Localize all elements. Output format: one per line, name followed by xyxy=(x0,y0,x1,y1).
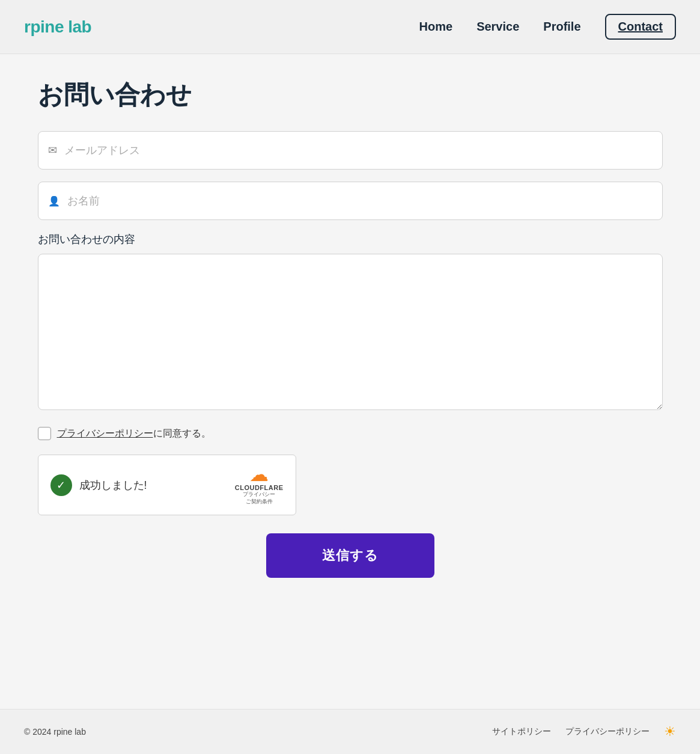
email-icon: ✉ xyxy=(48,144,57,157)
sun-icon[interactable]: ☀ xyxy=(664,724,676,740)
message-textarea[interactable] xyxy=(38,254,663,410)
footer-links: サイトポリシー プライバシーポリシー ☀ xyxy=(492,724,676,740)
nav-profile[interactable]: Profile xyxy=(543,20,580,34)
footer-privacy-policy[interactable]: プライバシーポリシー xyxy=(565,726,650,737)
cloudflare-label: CLOUDFLARE xyxy=(235,484,284,491)
nav-service[interactable]: Service xyxy=(476,20,519,34)
cloudflare-widget: ✓ 成功しました! ☁ CLOUDFLARE プライバシーご契約条件 xyxy=(38,455,296,515)
site-footer: © 2024 rpine lab サイトポリシー プライバシーポリシー ☀ xyxy=(0,709,700,754)
nav-home[interactable]: Home xyxy=(419,20,453,34)
footer-site-policy[interactable]: サイトポリシー xyxy=(492,726,551,737)
site-header: rpine lab Home Service Profile Contact xyxy=(0,0,700,54)
success-text: 成功しました! xyxy=(79,478,147,492)
success-icon: ✓ xyxy=(50,474,72,496)
email-form-group: ✉ xyxy=(38,131,663,170)
name-form-group: 👤 xyxy=(38,182,663,220)
submit-button[interactable]: 送信する xyxy=(266,533,434,578)
email-field[interactable] xyxy=(64,144,653,157)
main-nav: Home Service Profile Contact xyxy=(419,14,676,40)
privacy-checkbox-group: プライバシーポリシーに同意する。 xyxy=(38,427,663,440)
name-input-wrapper: 👤 xyxy=(38,182,663,220)
cloudflare-sub: プライバシーご契約条件 xyxy=(243,491,275,505)
message-form-group: お問い合わせの内容 xyxy=(38,232,663,412)
person-icon: 👤 xyxy=(48,195,60,207)
privacy-label: プライバシーポリシーに同意する。 xyxy=(57,428,211,440)
cloudflare-cloud-icon: ☁ xyxy=(249,465,269,484)
message-label: お問い合わせの内容 xyxy=(38,232,663,247)
site-logo[interactable]: rpine lab xyxy=(24,17,91,37)
privacy-checkbox[interactable] xyxy=(38,427,51,440)
success-message: ✓ 成功しました! xyxy=(50,474,147,496)
email-input-wrapper: ✉ xyxy=(38,131,663,170)
name-field[interactable] xyxy=(67,195,653,207)
nav-contact[interactable]: Contact xyxy=(605,14,676,40)
submit-wrapper: 送信する xyxy=(38,533,663,578)
cloudflare-logo: ☁ CLOUDFLARE プライバシーご契約条件 xyxy=(235,465,284,505)
privacy-policy-link[interactable]: プライバシーポリシー xyxy=(57,428,153,438)
footer-copyright: © 2024 rpine lab xyxy=(24,727,86,737)
page-title: お問い合わせ xyxy=(38,78,663,112)
privacy-label-suffix: に同意する。 xyxy=(153,428,211,438)
main-content: お問い合わせ ✉ 👤 お問い合わせの内容 プライバシーポリシーに同意する。 ✓ … xyxy=(20,54,681,709)
